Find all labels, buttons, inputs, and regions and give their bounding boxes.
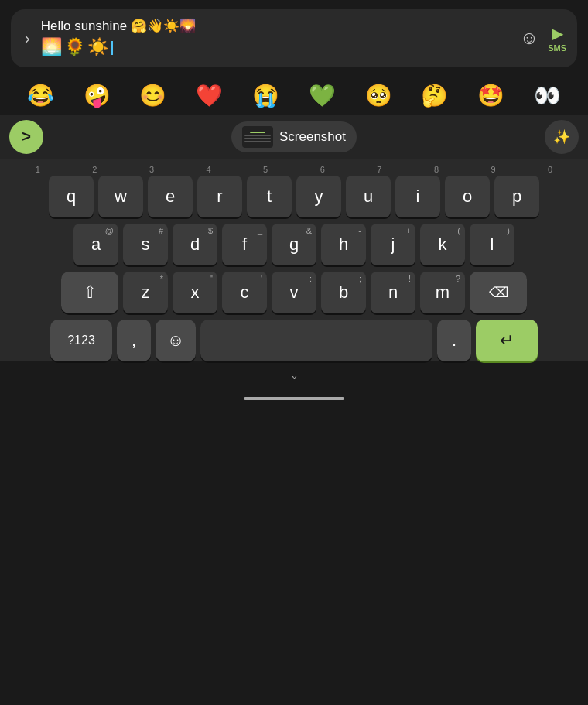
key-row-bottom: ?123 , ☺ . ↵ bbox=[5, 320, 583, 361]
toolbar-screenshot-button[interactable]: Screenshot bbox=[231, 121, 357, 152]
sms-input-area: › Hello sunshine 🤗👋☀️🌄 🌅🌻☀️ ☺ ▶ SMS bbox=[11, 9, 577, 67]
key-w[interactable]: w bbox=[98, 176, 143, 217]
key-c[interactable]: 'c bbox=[222, 272, 267, 313]
num-1: 1 bbox=[15, 165, 60, 174]
key-g[interactable]: &g bbox=[272, 224, 316, 265]
num-2: 2 bbox=[72, 165, 117, 174]
key-d[interactable]: $d bbox=[173, 224, 217, 265]
sms-text-content[interactable]: Hello sunshine 🤗👋☀️🌄 🌅🌻☀️ bbox=[41, 17, 512, 60]
screenshot-thumbnail bbox=[242, 126, 273, 148]
number-hints-row: 1 2 3 4 5 6 7 8 9 0 bbox=[5, 165, 583, 174]
key-p[interactable]: p bbox=[494, 176, 539, 217]
key-l[interactable]: )l bbox=[470, 224, 514, 265]
key-t[interactable]: t bbox=[247, 176, 292, 217]
key-q[interactable]: q bbox=[49, 176, 94, 217]
key-row-2: @a #s $d _f &g -h +j (k )l bbox=[5, 224, 583, 265]
key-s[interactable]: #s bbox=[123, 224, 168, 265]
key-h[interactable]: -h bbox=[321, 224, 366, 265]
num-7: 7 bbox=[357, 165, 402, 174]
bottom-chevron-icon[interactable]: ˅ bbox=[291, 374, 298, 391]
keyboard-area: 1 2 3 4 5 6 7 8 9 0 q w e r t y u i o p … bbox=[0, 159, 588, 361]
num-4: 4 bbox=[186, 165, 231, 174]
key-e[interactable]: e bbox=[148, 176, 193, 217]
sms-text-line2: 🌅🌻☀️ bbox=[41, 36, 512, 60]
sms-send-arrow-icon: ▶ bbox=[552, 24, 563, 43]
emoji-zany[interactable]: 🤪 bbox=[84, 83, 111, 108]
emoji-pleading[interactable]: 🥺 bbox=[365, 83, 392, 108]
key-n[interactable]: !n bbox=[371, 272, 415, 313]
emoji-thinking[interactable]: 🤔 bbox=[421, 83, 448, 108]
key-j[interactable]: +j bbox=[371, 224, 415, 265]
num-3: 3 bbox=[129, 165, 174, 174]
key-u[interactable]: u bbox=[346, 176, 391, 217]
key-row-1: q w e r t y u i o p bbox=[5, 176, 583, 217]
sms-send-label: SMS bbox=[548, 43, 566, 53]
sms-text-line1: Hello sunshine 🤗👋☀️🌄 bbox=[41, 17, 512, 36]
key-v[interactable]: :v bbox=[272, 272, 316, 313]
key-period[interactable]: . bbox=[437, 320, 471, 361]
magic-icon: ✨ bbox=[553, 128, 570, 145]
num-9: 9 bbox=[471, 165, 516, 174]
emoji-bar: 😂 🤪 😊 ❤️ 😭 💚 🥺 🤔 🤩 👀 bbox=[0, 77, 588, 115]
key-numbers[interactable]: ?123 bbox=[50, 320, 112, 361]
key-shift[interactable]: ⇧ bbox=[61, 272, 118, 313]
emoji-star-eyes[interactable]: 🤩 bbox=[477, 83, 504, 108]
sms-expand-button[interactable]: › bbox=[22, 26, 33, 50]
key-x[interactable]: "x bbox=[173, 272, 217, 313]
num-8: 8 bbox=[414, 165, 459, 174]
num-6: 6 bbox=[300, 165, 345, 174]
key-emoji[interactable]: ☺ bbox=[156, 320, 196, 361]
emoji-eyes[interactable]: 👀 bbox=[534, 83, 561, 108]
toolbar-expand-icon: > bbox=[22, 128, 31, 145]
keyboard-toolbar: > Screenshot ✨ bbox=[0, 115, 588, 159]
toolbar-screenshot-label: Screenshot bbox=[279, 129, 346, 145]
bottom-bar: ˅ bbox=[0, 368, 588, 409]
toolbar-expand-button[interactable]: > bbox=[9, 120, 43, 154]
toolbar-magic-button[interactable]: ✨ bbox=[545, 120, 579, 154]
key-z[interactable]: *z bbox=[123, 272, 168, 313]
key-m[interactable]: ?m bbox=[420, 272, 465, 313]
key-comma[interactable]: , bbox=[117, 320, 151, 361]
key-row-3: ⇧ *z "x 'c :v ;b !n ?m ⌫ bbox=[5, 272, 583, 313]
key-space[interactable] bbox=[200, 320, 432, 361]
sms-emoji-button[interactable]: ☺ bbox=[520, 27, 539, 49]
key-k[interactable]: (k bbox=[420, 224, 465, 265]
key-a[interactable]: @a bbox=[74, 224, 118, 265]
emoji-heart[interactable]: ❤️ bbox=[196, 83, 223, 108]
key-b[interactable]: ;b bbox=[321, 272, 366, 313]
key-backspace[interactable]: ⌫ bbox=[470, 272, 527, 313]
num-0: 0 bbox=[528, 165, 573, 174]
sms-send-button[interactable]: ▶ SMS bbox=[548, 24, 566, 53]
home-indicator bbox=[244, 397, 344, 400]
key-i[interactable]: i bbox=[395, 176, 440, 217]
sms-right-buttons: ☺ ▶ SMS bbox=[520, 24, 566, 53]
key-r[interactable]: r bbox=[197, 176, 242, 217]
emoji-cry[interactable]: 😭 bbox=[252, 83, 279, 108]
emoji-green-heart[interactable]: 💚 bbox=[309, 83, 336, 108]
key-y[interactable]: y bbox=[296, 176, 341, 217]
num-5: 5 bbox=[243, 165, 288, 174]
emoji-smile[interactable]: 😊 bbox=[139, 83, 166, 108]
emoji-laugh[interactable]: 😂 bbox=[27, 83, 54, 108]
key-enter[interactable]: ↵ bbox=[476, 320, 538, 361]
key-f[interactable]: _f bbox=[222, 224, 267, 265]
key-o[interactable]: o bbox=[445, 176, 490, 217]
